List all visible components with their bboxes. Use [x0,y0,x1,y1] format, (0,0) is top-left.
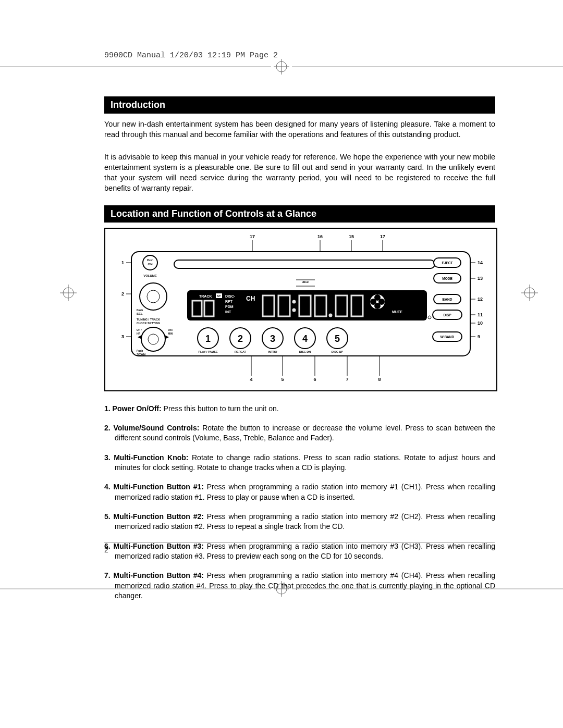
registration-mark-right [520,283,539,302]
callout-14: 14 [478,260,483,265]
callout-4: 4 [250,377,252,382]
svg-text:CH: CH [246,295,255,302]
svg-text:DISC UP: DISC UP [332,350,344,353]
callout-1: 1 [121,260,124,265]
control-item-3: 3. Multi-Function Knob: Rotate to change… [104,453,495,473]
svg-text:UP /: UP / [137,328,142,331]
registration-mark-bottom [0,578,563,599]
svg-text:VOLUME: VOLUME [143,274,157,277]
svg-text:Push: Push [137,349,143,352]
svg-text:Push: Push [137,309,143,312]
svg-text:REPEAT: REPEAT [235,350,247,353]
svg-text:CLOCK SETTING: CLOCK SETTING [137,322,160,325]
svg-text:Push: Push [147,258,153,262]
callout-13: 13 [478,276,483,281]
callout-2: 2 [121,291,124,297]
callout-3: 3 [121,334,124,339]
svg-text:16: 16 [317,234,323,239]
page-footer: 2 [104,542,495,554]
callout-7: 7 [346,377,348,382]
svg-text:3: 3 [270,334,275,344]
control-item-1: 1. Power On/Off: Press this button to tu… [104,404,495,414]
callout-12: 12 [478,297,483,302]
controls-list: 1. Power On/Off: Press this button to tu… [104,404,495,601]
svg-text:MUTE: MUTE [392,310,402,314]
callout-17-top-left: 17 [250,234,255,239]
control-item-2: 2. Volume/Sound Controls: Rotate the but… [104,423,495,443]
section-title-introduction: Introduction [104,96,495,114]
svg-point-84 [293,309,295,311]
controls-diagram: 17 16 15 17 1 2 3 [104,228,497,391]
svg-text:DISP: DISP [443,313,451,317]
svg-text:MODE: MODE [442,277,452,280]
control-item-4: 4. Multi-Function Button #1: Press when … [104,482,495,502]
svg-text:ST: ST [217,294,221,298]
svg-text:BAND: BAND [443,298,452,301]
svg-text:SEL: SEL [137,312,143,315]
page-number: 2 [104,546,108,554]
callout-10: 10 [478,320,483,326]
registration-mark-top [0,56,563,77]
svg-text:RPT: RPT [225,300,233,303]
svg-text:SCAN: SCAN [137,353,145,356]
svg-text:4: 4 [302,334,308,344]
svg-text:INTRO: INTRO [268,350,277,353]
callout-5: 5 [281,377,284,382]
svg-text:MIN: MIN [168,332,173,335]
callout-9: 9 [478,334,480,339]
intro-paragraph-2: It is advisable to keep this manual in y… [104,152,495,194]
svg-text:5: 5 [335,334,340,344]
svg-text:PLAY / PAUSE: PLAY / PAUSE [198,350,218,353]
svg-text:HR: HR [137,332,141,335]
svg-text:2: 2 [238,334,243,344]
svg-text:DISC-: DISC- [225,294,236,298]
registration-mark-left [59,283,78,302]
svg-text:1: 1 [205,334,211,344]
callout-15: 15 [349,234,354,239]
svg-point-85 [329,314,332,316]
svg-text:DN /: DN / [168,328,174,331]
callout-17-top-right: 17 [380,234,385,239]
callout-6: 6 [313,377,316,382]
callout-8: 8 [378,377,381,382]
svg-text:PDM: PDM [225,305,234,309]
svg-text:INT: INT [225,310,231,314]
callout-11: 11 [478,312,483,317]
intro-paragraph-1: Your new in-dash entertainment system ha… [104,119,495,140]
svg-point-83 [293,301,295,303]
svg-text:disc: disc [302,280,309,283]
svg-text:RESET: RESET [415,316,424,319]
svg-text:TRACK: TRACK [199,294,212,298]
section-title-controls: Location and Function of Controls at a G… [104,205,495,223]
svg-text:EJECT: EJECT [442,261,453,265]
svg-text:TUNING / TRACK: TUNING / TRACK [137,318,160,321]
svg-text:DISC DN: DISC DN [299,350,311,353]
svg-text:ON: ON [148,263,153,266]
svg-text:W.BAND: W.BAND [440,335,455,339]
control-item-5: 5. Multi-Function Button #2: Press when … [104,512,495,532]
